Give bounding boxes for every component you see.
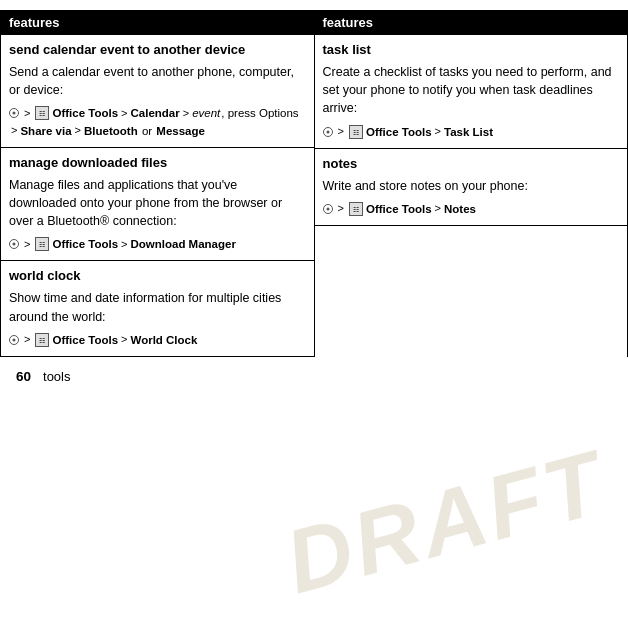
nav-bluetooth: Bluetooth: [84, 123, 138, 139]
world-clock-body: Show time and date information for multi…: [9, 289, 306, 325]
section-manage-files: manage downloaded files Manage files and…: [1, 148, 314, 262]
main-table: features send calendar event to another …: [0, 10, 628, 357]
notes-nav: > ☷ Office Tools > Notes: [323, 201, 620, 217]
nav-calendar: Calendar: [130, 105, 179, 121]
nav-arrow-10: >: [338, 124, 344, 139]
nav-task-list: Task List: [444, 124, 493, 140]
task-list-body: Create a checklist of tasks you need to …: [323, 63, 620, 117]
nav-arrow-2: >: [121, 106, 127, 121]
nav-office-tools-2: Office Tools: [52, 236, 118, 252]
nav-dot-icon-5: [323, 204, 333, 214]
manage-files-nav: > ☷ Office Tools > Download Manager: [9, 236, 306, 252]
nav-arrow-3: >: [183, 106, 189, 121]
nav-notes: Notes: [444, 201, 476, 217]
section-notes: notes Write and store notes on your phon…: [315, 149, 628, 226]
section-world-clock-content: world clock Show time and date informati…: [1, 261, 314, 356]
nav-arrow-6: >: [24, 237, 30, 252]
nav-or: or: [139, 123, 156, 139]
nav-event: event: [192, 105, 220, 121]
nav-world-clock: World Clock: [130, 332, 197, 348]
footer: 60 tools: [0, 357, 628, 396]
nav-share-via: Share via: [20, 123, 71, 139]
section-task-list: task list Create a checklist of tasks yo…: [315, 35, 628, 149]
nav-arrow-7: >: [121, 237, 127, 252]
nav-office-tools-1: Office Tools: [52, 105, 118, 121]
left-header-section: features: [1, 11, 314, 35]
nav-press: , press Options: [221, 105, 298, 121]
section-send-calendar-content: send calendar event to another device Se…: [1, 35, 314, 147]
task-list-title: task list: [323, 41, 620, 59]
nav-arrow-13: >: [435, 201, 441, 216]
page: features send calendar event to another …: [0, 0, 628, 634]
nav-office-tools-4: Office Tools: [366, 124, 432, 140]
world-clock-title: world clock: [9, 267, 306, 285]
page-number: 60: [16, 369, 31, 384]
nav-dot-icon-2: [9, 239, 19, 249]
nav-app-icon-4: ☷: [349, 125, 363, 139]
manage-files-title: manage downloaded files: [9, 154, 306, 172]
section-task-list-content: task list Create a checklist of tasks yo…: [315, 35, 628, 148]
nav-app-icon-3: ☷: [35, 333, 49, 347]
nav-app-icon-5: ☷: [349, 202, 363, 216]
nav-dot-icon-1: [9, 108, 19, 118]
notes-title: notes: [323, 155, 620, 173]
draft-watermark: DRAFT: [275, 431, 616, 615]
nav-arrow-11: >: [435, 124, 441, 139]
footer-label: tools: [43, 369, 70, 384]
nav-arrow-8: >: [24, 332, 30, 347]
nav-message: Message: [156, 123, 205, 139]
section-world-clock: world clock Show time and date informati…: [1, 261, 314, 357]
right-column: features task list Create a checklist of…: [315, 11, 628, 357]
right-header-section: features: [315, 11, 628, 35]
left-column-header: features: [1, 11, 314, 34]
nav-arrow-5: >: [75, 123, 81, 138]
manage-files-body: Manage files and applications that you'v…: [9, 176, 306, 230]
notes-body: Write and store notes on your phone:: [323, 177, 620, 195]
right-column-header: features: [315, 11, 628, 34]
nav-dot-icon-3: [9, 335, 19, 345]
nav-app-icon-2: ☷: [35, 237, 49, 251]
section-manage-files-content: manage downloaded files Manage files and…: [1, 148, 314, 261]
nav-office-tools-3: Office Tools: [52, 332, 118, 348]
nav-dot-icon-4: [323, 127, 333, 137]
left-column: features send calendar event to another …: [1, 11, 315, 357]
nav-arrow-4: >: [11, 123, 17, 138]
send-calendar-title: send calendar event to another device: [9, 41, 306, 59]
nav-office-tools-5: Office Tools: [366, 201, 432, 217]
nav-app-icon-1: ☷: [35, 106, 49, 120]
nav-download-manager: Download Manager: [130, 236, 235, 252]
send-calendar-body: Send a calendar event to another phone, …: [9, 63, 306, 99]
task-list-nav: > ☷ Office Tools > Task List: [323, 124, 620, 140]
section-notes-content: notes Write and store notes on your phon…: [315, 149, 628, 225]
send-calendar-nav: > ☷ Office Tools > Calendar > event , pr…: [9, 105, 306, 138]
world-clock-nav: > ☷ Office Tools > World Clock: [9, 332, 306, 348]
nav-arrow-12: >: [338, 201, 344, 216]
nav-arrow-1: >: [24, 106, 30, 121]
section-send-calendar: send calendar event to another device Se…: [1, 35, 314, 148]
nav-arrow-9: >: [121, 332, 127, 347]
